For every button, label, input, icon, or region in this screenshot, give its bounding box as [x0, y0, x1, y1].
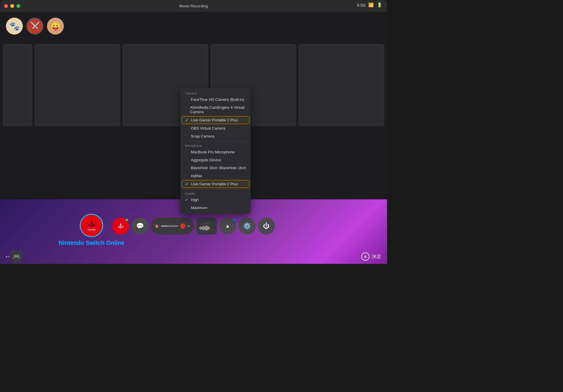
traffic-lights	[4, 4, 20, 8]
audio-bar-9	[208, 227, 209, 230]
camera-item-live-gamer[interactable]: ✓ Live Gamer Portable 2 Plus	[182, 116, 250, 124]
chevron-up-icon: ▲	[225, 223, 230, 229]
mic-item-live-gamer[interactable]: ✓ Live Gamer Portable 2 Plus	[182, 180, 250, 188]
confirm-label: 決定	[372, 254, 381, 260]
joycon-icon: 🎮	[6, 250, 22, 263]
toolbar: 🕹 💬 🔇 ▼ --:--	[112, 218, 275, 235]
quality-item-high[interactable]: ✓ High	[180, 196, 251, 204]
record-time: --:--	[204, 221, 209, 225]
audio-control: 🔇 ▼	[151, 218, 194, 235]
camera-section-title: Camera	[180, 90, 251, 96]
a-button-icon: A	[361, 252, 369, 261]
switch-online-title: Nintendo Switch Online	[59, 240, 124, 246]
joycon-dot-row-1	[6, 256, 10, 257]
volume-fill	[161, 225, 168, 227]
audio-bar-7	[206, 225, 207, 231]
check-icon-3: ✓	[185, 118, 189, 122]
chevron-button[interactable]: ▲	[219, 218, 236, 235]
status-bar: 9:56 📶 🔋	[357, 2, 382, 8]
record-info: --:--	[196, 218, 217, 235]
gear-icon: ⚙️	[243, 222, 251, 230]
title-bar: Movie Recording 9:56 📶 🔋	[0, 0, 387, 12]
camera-item-obs[interactable]: OBS Virtual Camera	[180, 124, 251, 132]
avatar-row: 🐾 ⚔️ 😛	[6, 18, 64, 35]
microphone-section-title: Microphone	[180, 143, 251, 148]
chat-button[interactable]: 💬	[132, 218, 149, 235]
chevron-status-dot	[233, 219, 235, 221]
video-cell-1	[3, 44, 32, 126]
avatar-2: ⚔️	[26, 18, 43, 35]
avatar-image-2: ⚔️	[27, 18, 43, 34]
menu-separator-2	[180, 189, 251, 189]
switch-logo: 🕹 ONLINE	[80, 214, 103, 237]
dropdown-menu: Camera FaceTime HD Camera (Built-in) AVe…	[180, 88, 251, 214]
chat-icon: 💬	[136, 222, 144, 230]
audio-bar-6	[205, 226, 206, 230]
joycon-dot-blue	[6, 256, 7, 257]
audio-bar-5	[204, 227, 205, 230]
joycon-body: 🎮	[11, 250, 22, 263]
wifi-icon: 📶	[368, 2, 374, 8]
switch-btn-icon: 🕹	[118, 223, 123, 229]
bottom-bar: 🎮 A 決定	[0, 249, 387, 264]
audio-bar-2	[200, 226, 201, 230]
mic-item-aggregate[interactable]: Aggregate Device	[180, 156, 251, 164]
quality-item-maximum[interactable]: Maximum	[180, 204, 251, 212]
audio-bar-1	[199, 227, 200, 229]
avatar-image-3: 😛	[47, 18, 64, 35]
mic-item-macbook[interactable]: MacBook Pro Microphone	[180, 148, 251, 156]
camera-item-facetime[interactable]: FaceTime HD Camera (Built-in)	[180, 96, 251, 103]
audio-bar-8	[207, 226, 208, 230]
switch-logo-text: ONLINE	[88, 229, 95, 231]
check-icon-10: ✓	[185, 182, 189, 186]
avatar-1: 🐾	[6, 18, 23, 35]
joycon-dots	[6, 256, 10, 257]
record-button[interactable]	[180, 223, 186, 229]
joycon-symbol: 🎮	[13, 253, 20, 260]
window-title: Movie Recording	[179, 4, 208, 8]
maximize-button[interactable]	[16, 4, 20, 8]
joycon-dot-red	[8, 256, 10, 257]
mic-item-eqmac[interactable]: eqMac	[180, 172, 251, 180]
volume-slider[interactable]	[161, 225, 179, 227]
check-icon-11: ✓	[185, 198, 189, 202]
menu-separator-1	[180, 141, 251, 142]
camera-item-avermedia[interactable]: AVerMedia CamEngine 4 Virtual Camera	[180, 103, 251, 116]
switch-icon: 🕹	[88, 220, 95, 228]
close-button[interactable]	[4, 4, 8, 8]
video-cell-5	[299, 44, 384, 126]
dropdown-arrow[interactable]: ▼	[187, 224, 191, 228]
audio-bars	[199, 225, 214, 231]
audio-bar-4	[203, 226, 204, 230]
confirm-button[interactable]: A 決定	[361, 252, 381, 261]
quality-section-title: Quality	[180, 191, 251, 196]
mic-item-blackhole[interactable]: BlackHole 16ch: BlackHole 16ch	[180, 164, 251, 172]
power-button[interactable]: ⏻	[258, 218, 275, 235]
power-icon: ⏻	[263, 222, 269, 230]
video-cell-2	[35, 44, 120, 126]
settings-button[interactable]: ⚙️	[238, 218, 255, 235]
camera-item-snap[interactable]: Snap Camera	[180, 132, 251, 140]
audio-bar-3	[201, 227, 202, 229]
minimize-button[interactable]	[10, 4, 14, 8]
avatar-3: 😛	[47, 18, 64, 35]
switch-online-button[interactable]: 🕹	[112, 218, 129, 235]
mute-icon[interactable]: 🔇	[155, 224, 159, 228]
switch-status-dot	[126, 219, 128, 221]
avatar-image-1: 🐾	[6, 18, 23, 35]
battery-icon: 🔋	[377, 2, 382, 8]
time-display: 9:56	[357, 3, 365, 8]
main-content: 🐾 ⚔️ 😛 🕹 ONLINE Nintendo Switch Online C…	[0, 12, 387, 264]
